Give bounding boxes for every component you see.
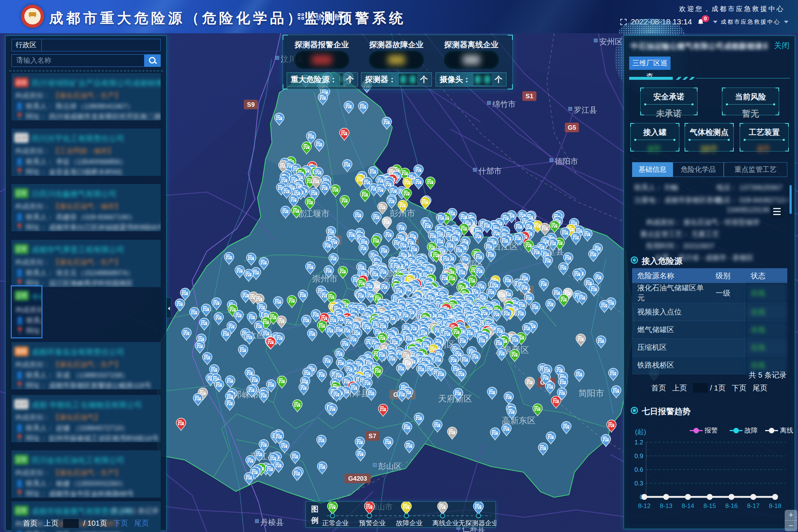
svg-text:0.3: 0.3: [634, 480, 643, 487]
svg-text:预警企业: 预警企业: [359, 519, 386, 527]
svg-text:G4203: G4203: [348, 475, 367, 482]
svg-text:S1: S1: [526, 93, 533, 100]
svg-text:无探测器企业: 无探测器企业: [458, 519, 496, 527]
svg-text:简阳市: 简阳市: [579, 388, 604, 398]
svg-text:S7: S7: [369, 433, 376, 440]
svg-text:0.9: 0.9: [634, 453, 643, 460]
svg-text:8-18: 8-18: [769, 502, 781, 509]
svg-text:S9: S9: [247, 101, 255, 108]
svg-text:(起): (起): [635, 428, 646, 436]
svg-text:故障企业: 故障企业: [396, 519, 423, 527]
svg-text:离线企业: 离线企业: [432, 519, 459, 527]
svg-text:8-14: 8-14: [682, 502, 694, 509]
svg-text:8-15: 8-15: [703, 502, 716, 509]
svg-text:崇州市: 崇州市: [312, 274, 338, 283]
svg-text:8-16: 8-16: [725, 502, 738, 509]
svg-text:8-17: 8-17: [747, 502, 760, 509]
svg-text:8-13: 8-13: [660, 502, 672, 509]
svg-text:德阳市: 德阳市: [555, 157, 578, 166]
svg-text:绵竹市: 绵竹市: [492, 100, 516, 108]
svg-text:0.6: 0.6: [634, 466, 643, 473]
svg-text:正常企业: 正常企业: [322, 519, 349, 527]
svg-text:G5: G5: [568, 124, 576, 131]
svg-text:彭山区: 彭山区: [378, 462, 402, 470]
svg-text:安州区: 安州区: [599, 37, 623, 46]
svg-text:8-12: 8-12: [638, 502, 651, 509]
svg-text:什邡市: 什邡市: [478, 167, 502, 175]
svg-text:罗江县: 罗江县: [574, 106, 597, 114]
svg-text:丹棱县: 丹棱县: [260, 518, 284, 526]
svg-text:1.2: 1.2: [634, 439, 643, 446]
